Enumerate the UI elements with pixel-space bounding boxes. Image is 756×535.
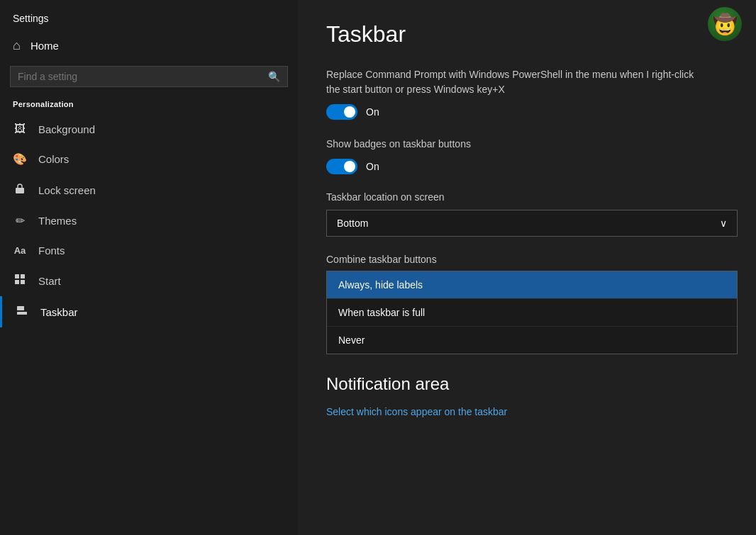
lock-screen-label: Lock screen bbox=[38, 184, 96, 196]
page-title: Taskbar bbox=[326, 21, 728, 47]
avatar: 🤠 bbox=[708, 7, 742, 41]
show-badges-toggle[interactable] bbox=[326, 159, 357, 174]
main-content: 🤠 Taskbar Replace Command Prompt with Wi… bbox=[298, 0, 756, 535]
replace-cmd-toggle[interactable] bbox=[326, 104, 357, 120]
replace-cmd-toggle-row: On bbox=[326, 104, 728, 120]
sidebar-item-themes[interactable]: ✏ Themes bbox=[0, 205, 298, 236]
notification-area-title: Notification area bbox=[326, 374, 728, 394]
combine-option-when-full[interactable]: When taskbar is full bbox=[327, 299, 737, 327]
home-label: Home bbox=[30, 40, 59, 52]
background-icon: 🖼 bbox=[13, 123, 27, 135]
themes-icon: ✏ bbox=[13, 214, 27, 227]
svg-rect-1 bbox=[15, 274, 19, 278]
fonts-icon: Aa bbox=[13, 245, 27, 256]
svg-rect-6 bbox=[17, 306, 24, 310]
replace-cmd-section: Replace Command Prompt with Windows Powe… bbox=[326, 67, 728, 120]
replace-cmd-toggle-knob bbox=[344, 106, 355, 118]
personalization-heading: Personalization bbox=[0, 96, 298, 114]
sidebar-item-start[interactable]: Start bbox=[0, 265, 298, 296]
svg-rect-5 bbox=[17, 312, 27, 315]
show-badges-description: Show badges on taskbar buttons bbox=[326, 137, 709, 152]
combine-option-when-full-label: When taskbar is full bbox=[338, 307, 425, 318]
taskbar-label: Taskbar bbox=[40, 306, 78, 318]
combine-section: Combine taskbar buttons Always, hide lab… bbox=[326, 254, 728, 354]
colors-icon: 🎨 bbox=[13, 152, 27, 166]
location-section: Taskbar location on screen Bottom ∨ bbox=[326, 191, 728, 237]
svg-rect-3 bbox=[15, 280, 19, 284]
start-label: Start bbox=[38, 275, 61, 287]
sidebar-item-fonts[interactable]: Aa Fonts bbox=[0, 236, 298, 265]
show-badges-toggle-label: On bbox=[366, 161, 379, 172]
background-label: Background bbox=[38, 123, 95, 135]
svg-rect-0 bbox=[16, 188, 24, 193]
sidebar-item-colors[interactable]: 🎨 Colors bbox=[0, 144, 298, 174]
location-dropdown[interactable]: Bottom ∨ bbox=[326, 210, 738, 237]
replace-cmd-description: Replace Command Prompt with Windows Powe… bbox=[326, 67, 709, 97]
select-icons-link[interactable]: Select which icons appear on the taskbar bbox=[326, 406, 507, 417]
show-badges-section: Show badges on taskbar buttons On bbox=[326, 137, 728, 174]
avatar-image: 🤠 bbox=[708, 7, 742, 41]
sidebar-item-taskbar[interactable]: Taskbar bbox=[0, 296, 298, 327]
svg-rect-4 bbox=[21, 280, 25, 284]
search-input[interactable] bbox=[18, 71, 262, 82]
app-title: Settings bbox=[0, 0, 298, 31]
replace-cmd-toggle-label: On bbox=[366, 106, 379, 118]
svg-rect-2 bbox=[21, 274, 25, 278]
show-badges-toggle-knob bbox=[344, 161, 355, 172]
combine-label: Combine taskbar buttons bbox=[326, 254, 728, 265]
lock-screen-icon bbox=[13, 183, 27, 197]
taskbar-icon bbox=[15, 305, 29, 319]
location-dropdown-value: Bottom bbox=[337, 218, 368, 229]
location-label: Taskbar location on screen bbox=[326, 191, 728, 203]
combine-options-list: Always, hide labels When taskbar is full… bbox=[326, 271, 738, 354]
fonts-label: Fonts bbox=[38, 244, 65, 257]
home-icon: ⌂ bbox=[13, 38, 21, 53]
show-badges-toggle-row: On bbox=[326, 159, 728, 174]
themes-label: Themes bbox=[38, 215, 77, 227]
combine-option-always-hide-label: Always, hide labels bbox=[338, 279, 423, 291]
combine-option-never[interactable]: Never bbox=[327, 327, 737, 354]
home-nav-item[interactable]: ⌂ Home bbox=[0, 31, 298, 60]
sidebar: Settings ⌂ Home 🔍 Personalization 🖼 Back… bbox=[0, 0, 298, 535]
search-icon: 🔍 bbox=[268, 71, 280, 82]
chevron-down-icon: ∨ bbox=[720, 218, 727, 229]
combine-option-never-label: Never bbox=[338, 334, 365, 346]
search-box[interactable]: 🔍 bbox=[10, 66, 288, 87]
sidebar-item-background[interactable]: 🖼 Background bbox=[0, 114, 298, 144]
colors-label: Colors bbox=[38, 153, 69, 165]
start-icon bbox=[13, 274, 27, 288]
combine-option-always-hide[interactable]: Always, hide labels bbox=[327, 271, 737, 299]
sidebar-item-lock-screen[interactable]: Lock screen bbox=[0, 174, 298, 205]
